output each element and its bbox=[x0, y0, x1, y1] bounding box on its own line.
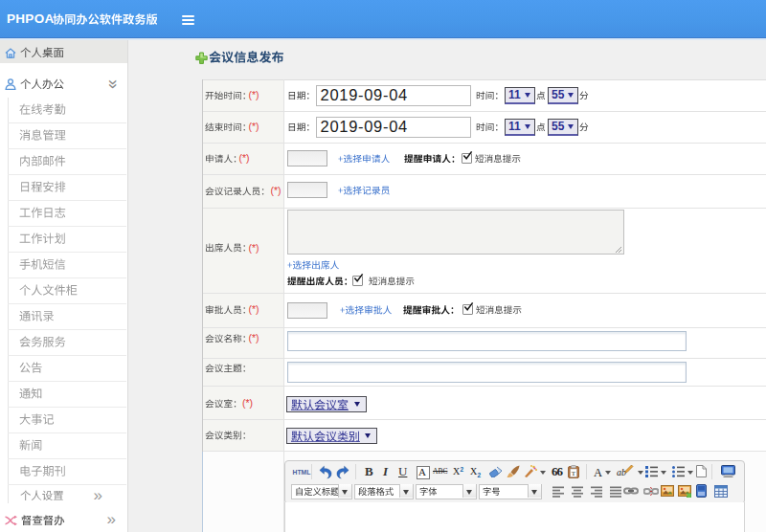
svg-text:T: T bbox=[572, 470, 576, 477]
